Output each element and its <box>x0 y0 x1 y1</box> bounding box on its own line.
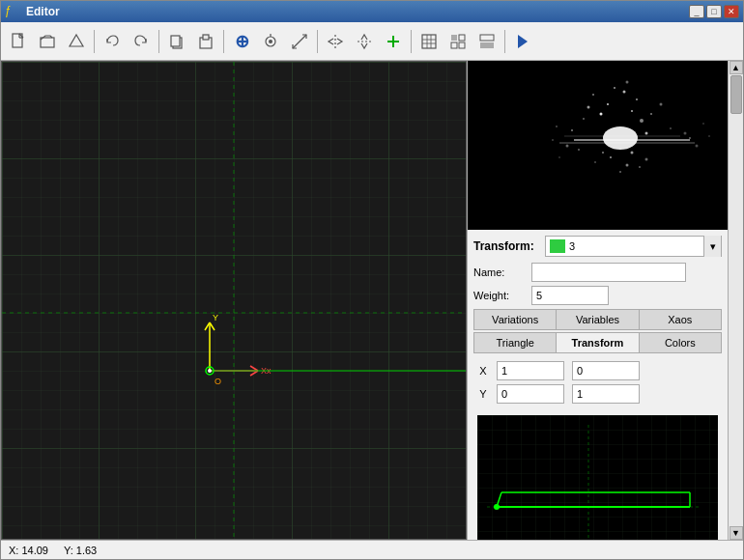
svg-rect-3 <box>41 38 54 47</box>
svg-rect-25 <box>459 42 465 48</box>
sep4 <box>317 30 318 53</box>
svg-point-44 <box>208 369 212 373</box>
matrix-y1-input[interactable] <box>497 384 564 404</box>
matrix-x-label: X <box>473 365 493 377</box>
svg-point-72 <box>571 129 573 131</box>
open-button[interactable] <box>34 28 61 55</box>
svg-point-78 <box>556 126 558 127</box>
scroll-down-button[interactable]: ▼ <box>730 526 743 540</box>
properties-panel: Transform: 3 ▾ Name: Wei <box>468 230 728 540</box>
name-label: Name: <box>473 266 531 278</box>
app-icon: ƒ <box>5 4 20 19</box>
grid-button[interactable] <box>415 28 443 55</box>
bottom-preview: ng] <box>477 415 718 540</box>
matrix-y-row: Y <box>473 384 722 404</box>
svg-point-90 <box>494 504 500 510</box>
tabs-row2: Triangle Transform Colors <box>473 332 722 353</box>
svg-point-48 <box>636 98 638 100</box>
main-area: Y Xx O <box>1 61 743 540</box>
svg-text:Y: Y <box>213 313 218 322</box>
variables-tab[interactable]: Variables <box>556 309 638 330</box>
name-input[interactable] <box>531 263 686 282</box>
redo-button[interactable] <box>128 28 155 55</box>
svg-point-52 <box>614 87 615 89</box>
svg-text:O: O <box>215 377 221 386</box>
view2-button[interactable] <box>473 28 501 55</box>
svg-point-71 <box>645 158 648 161</box>
close-button[interactable]: ✕ <box>724 5 739 18</box>
rotate-button[interactable] <box>257 28 284 55</box>
transform-select[interactable]: 3 ▾ <box>545 236 722 257</box>
svg-point-76 <box>578 149 580 151</box>
add-button[interactable] <box>380 28 407 55</box>
scrollbar-v[interactable]: ▲ ▼ <box>728 61 743 540</box>
svg-point-79 <box>552 139 554 141</box>
svg-point-80 <box>708 135 710 137</box>
fliph-button[interactable] <box>322 28 349 55</box>
transform-label: Transform: <box>473 239 541 253</box>
svg-point-50 <box>631 110 633 112</box>
svg-line-12 <box>293 35 306 48</box>
view1-button[interactable] <box>444 28 472 55</box>
svg-point-82 <box>702 123 704 125</box>
undo-button[interactable] <box>99 28 126 55</box>
svg-point-51 <box>640 119 644 123</box>
svg-rect-24 <box>451 42 457 48</box>
svg-point-69 <box>639 166 641 168</box>
flipv-button[interactable] <box>351 28 378 55</box>
minimize-button[interactable]: _ <box>689 5 704 18</box>
status-x: X: 14.09 <box>9 545 48 556</box>
copy-button[interactable] <box>163 28 190 55</box>
paste-button[interactable] <box>192 28 219 55</box>
svg-rect-17 <box>422 35 436 48</box>
svg-point-46 <box>607 103 609 105</box>
svg-point-65 <box>626 164 629 167</box>
weight-label: Weight: <box>473 290 531 301</box>
svg-point-58 <box>660 103 663 106</box>
maximize-button[interactable]: □ <box>706 5 722 18</box>
render-button[interactable] <box>509 28 536 55</box>
svg-rect-83 <box>477 415 718 540</box>
matrix-y-label: Y <box>473 388 493 400</box>
transform-color-indicator <box>550 239 565 253</box>
scroll-thumb[interactable] <box>730 75 742 114</box>
svg-point-45 <box>603 126 638 150</box>
scroll-up-button[interactable]: ▲ <box>730 61 743 74</box>
matrix-y2-input[interactable] <box>572 384 640 404</box>
xaos-tab[interactable]: Xaos <box>639 309 722 330</box>
right-panel: Transform: 3 ▾ Name: Wei <box>467 61 728 540</box>
svg-point-70 <box>594 161 596 163</box>
triangle-tab[interactable]: Triangle <box>473 332 556 353</box>
svg-point-73 <box>566 145 569 148</box>
status-y: Y: 1.63 <box>64 545 97 556</box>
svg-point-57 <box>650 113 652 115</box>
transform-tab[interactable]: Transform <box>556 332 638 353</box>
name-row: Name: <box>473 263 722 282</box>
crosshair-button[interactable]: ⊕ <box>228 28 255 55</box>
svg-point-75 <box>696 145 699 148</box>
transform-dropdown-arrow[interactable]: ▾ <box>703 236 721 257</box>
svg-marker-28 <box>518 35 528 48</box>
svg-rect-27 <box>480 42 494 48</box>
colors-tab[interactable]: Colors <box>639 332 722 353</box>
svg-point-55 <box>587 106 590 109</box>
sep1 <box>94 30 95 53</box>
window-title: Editor <box>26 5 60 18</box>
svg-point-10 <box>269 40 272 43</box>
weight-input[interactable] <box>531 286 609 305</box>
matrix-x1-input[interactable] <box>497 361 564 380</box>
svg-rect-8 <box>203 35 209 40</box>
triangle-button[interactable] <box>63 28 90 55</box>
variations-tab[interactable]: Variations <box>473 309 556 330</box>
matrix-x2-input[interactable] <box>572 361 640 380</box>
svg-point-64 <box>610 156 612 158</box>
main-window: ƒ Editor _ □ ✕ <box>0 0 744 560</box>
scale-button[interactable] <box>286 28 313 55</box>
new-button[interactable] <box>5 28 32 55</box>
matrix-area: X Y <box>473 357 722 411</box>
preview-area <box>468 61 728 230</box>
sep3 <box>223 30 224 53</box>
svg-point-74 <box>689 137 691 139</box>
canvas-area[interactable]: Y Xx O <box>1 61 467 540</box>
svg-point-68 <box>631 152 634 154</box>
